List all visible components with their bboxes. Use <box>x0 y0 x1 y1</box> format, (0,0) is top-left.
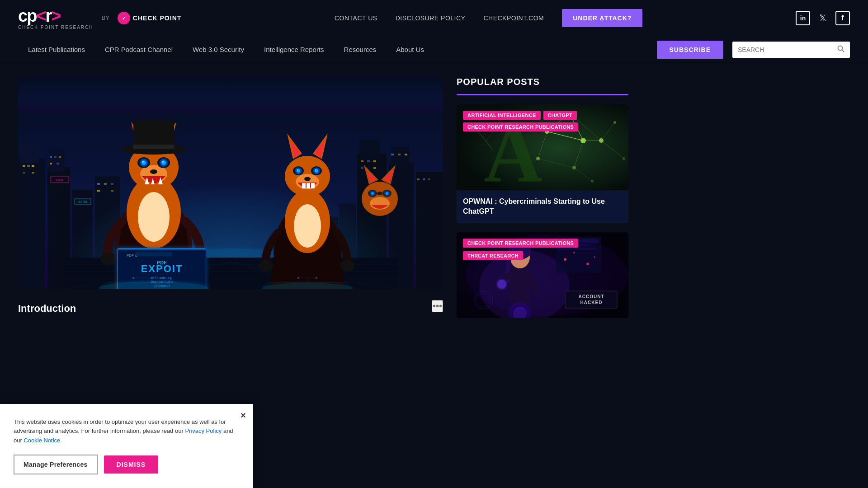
svg-point-146 <box>297 277 299 279</box>
svg-point-75 <box>150 169 157 174</box>
tag-threat-research[interactable]: THREAT RESEARCH <box>463 251 523 260</box>
svg-point-121 <box>386 192 388 195</box>
svg-point-165 <box>580 138 586 143</box>
svg-rect-124 <box>118 249 206 250</box>
svg-point-83 <box>162 161 164 163</box>
svg-point-187 <box>497 280 506 289</box>
article-footer: ••• Introduction <box>18 289 443 324</box>
svg-point-88 <box>294 204 321 248</box>
post-1-title: OPWNAI : Cybercriminals Starting to Use … <box>463 197 622 217</box>
facebook-icon[interactable]: f <box>835 11 850 25</box>
tag-cpr-pub-2[interactable]: CHECK POINT RESEARCH PUBLICATIONS <box>463 239 578 248</box>
nav-latest-publications[interactable]: Latest Publications <box>18 38 95 61</box>
svg-point-142 <box>151 277 152 279</box>
nav-cpr-podcast[interactable]: CPR Podcast Channel <box>95 38 183 61</box>
svg-point-62 <box>138 192 170 242</box>
svg-point-84 <box>100 253 117 265</box>
post-2-tags: CHECK POINT RESEARCH PUBLICATIONS THREAT… <box>463 239 628 260</box>
post-card-1-image: A ARTIFICIAL INTELLIGENCE CHATGPT CHECK … <box>457 104 628 190</box>
article-intro-heading: Introduction <box>18 303 443 314</box>
svg-point-115 <box>377 192 382 195</box>
search-icon[interactable] <box>837 45 844 54</box>
sidebar: POPULAR POSTS <box>457 77 628 327</box>
linkedin-icon[interactable]: in <box>796 11 810 25</box>
svg-line-3 <box>842 50 844 52</box>
nav-intelligence-reports[interactable]: Intelligence Reports <box>254 38 334 61</box>
privacy-policy-link[interactable]: Privacy Policy <box>185 427 222 434</box>
svg-text:✓: ✓ <box>122 16 126 21</box>
header-nav: CONTACT US DISCLOSURE POLICY CHECKPOINT.… <box>335 9 642 27</box>
cookie-buttons: Manage Preferences DISMISS <box>14 455 240 474</box>
post-card-1[interactable]: A ARTIFICIAL INTELLIGENCE CHATGPT CHECK … <box>457 104 628 223</box>
svg-point-82 <box>142 161 144 163</box>
svg-rect-96 <box>307 183 310 188</box>
post-card-2-image: ACCOUNT HACKED CHECK POINT RESEARCH PUBL… <box>457 232 628 318</box>
cookie-period: . <box>60 437 62 444</box>
disclosure-policy-link[interactable]: DISCLOSURE POLICY <box>396 14 466 22</box>
post-card-2[interactable]: ACCOUNT HACKED CHECK POINT RESEARCH PUBL… <box>457 232 628 318</box>
contact-us-link[interactable]: CONTACT US <box>335 14 377 22</box>
checkpoint-com-link[interactable]: CHECKPOINT.COM <box>483 14 544 22</box>
nav-web3-security[interactable]: Web 3.0 Security <box>183 38 254 61</box>
logo-area: cp<r> CHECK POINT RESEARCH BY ✓ CHECK PO… <box>18 6 181 30</box>
search-input[interactable] <box>738 46 837 53</box>
social-icons: in 𝕏 f <box>796 11 850 25</box>
svg-text:ACCOUNT: ACCOUNT <box>579 294 604 299</box>
logo-by-text: BY <box>102 14 109 21</box>
svg-rect-70 <box>133 145 174 149</box>
nav-about-us[interactable]: About Us <box>386 38 434 61</box>
svg-point-120 <box>371 192 374 195</box>
search-box <box>732 42 850 58</box>
nav-resources[interactable]: Resources <box>334 38 387 61</box>
svg-text:EXPOIT: EXPOIT <box>141 263 183 274</box>
svg-rect-97 <box>311 183 315 188</box>
article-area: BAR HOTEL <box>18 77 443 327</box>
svg-rect-95 <box>302 183 306 188</box>
cookie-notice-link[interactable]: Cookie Notice <box>24 437 60 444</box>
svg-point-147 <box>316 277 317 279</box>
svg-point-182 <box>586 263 589 265</box>
svg-point-81 <box>161 160 166 165</box>
svg-point-166 <box>572 166 576 169</box>
svg-point-167 <box>591 180 594 183</box>
svg-rect-192 <box>565 291 617 308</box>
svg-rect-126 <box>136 252 172 256</box>
post-1-body: OPWNAI : Cybercriminals Starting to Use … <box>457 190 628 223</box>
navbar-links: Latest Publications CPR Podcast Channel … <box>18 38 648 61</box>
post-1-tags: ARTIFICIAL INTELLIGENCE CHATGPT CHECK PO… <box>463 111 628 131</box>
svg-point-108 <box>340 260 354 271</box>
svg-rect-148 <box>18 77 443 113</box>
cookie-banner: × This website uses cookies in order to … <box>0 404 253 488</box>
twitter-icon[interactable]: 𝕏 <box>819 13 826 23</box>
svg-point-164 <box>623 157 625 160</box>
header: cp<r> CHECK POINT RESEARCH BY ✓ CHECK PO… <box>0 0 868 36</box>
under-attack-button[interactable]: UNDER ATTACK? <box>562 9 642 27</box>
svg-point-141 <box>132 277 134 279</box>
svg-point-107 <box>259 260 273 271</box>
svg-point-162 <box>599 138 604 143</box>
svg-point-106 <box>315 169 316 171</box>
tag-chatgpt[interactable]: CHATGPT <box>543 111 577 120</box>
checkpoint-logo[interactable]: ✓ CHECK POINT <box>118 12 181 24</box>
article-options-button[interactable]: ••• <box>432 300 443 312</box>
manage-preferences-button[interactable]: Manage Preferences <box>14 455 98 474</box>
svg-point-98 <box>304 177 311 181</box>
svg-text:A Threatening: A Threatening <box>152 276 172 280</box>
checkpoint-icon: ✓ <box>118 12 130 24</box>
hero-image: BAR HOTEL <box>18 77 443 289</box>
svg-point-2 <box>838 46 843 50</box>
main-content: BAR HOTEL <box>0 63 868 341</box>
subscribe-button[interactable]: SUBSCRIBE <box>657 41 723 59</box>
svg-point-105 <box>297 169 298 171</box>
checkpoint-text: CHECK POINT <box>133 14 181 22</box>
popular-posts-title: POPULAR POSTS <box>457 77 628 95</box>
tag-cpr-pub[interactable]: CHECK POINT RESEARCH PUBLICATIONS <box>463 122 578 131</box>
tag-ai[interactable]: ARTIFICIAL INTELLIGENCE <box>463 111 541 120</box>
logo-cpr[interactable]: cp<r> CHECK POINT RESEARCH <box>18 6 94 30</box>
dismiss-button[interactable]: DISMISS <box>104 455 159 474</box>
cookie-text: This website uses cookies in order to op… <box>14 418 240 446</box>
cookie-close-button[interactable]: × <box>241 410 246 421</box>
svg-text:HACKED: HACKED <box>580 300 603 305</box>
svg-point-80 <box>142 160 146 165</box>
navbar: Latest Publications CPR Podcast Channel … <box>0 36 868 63</box>
